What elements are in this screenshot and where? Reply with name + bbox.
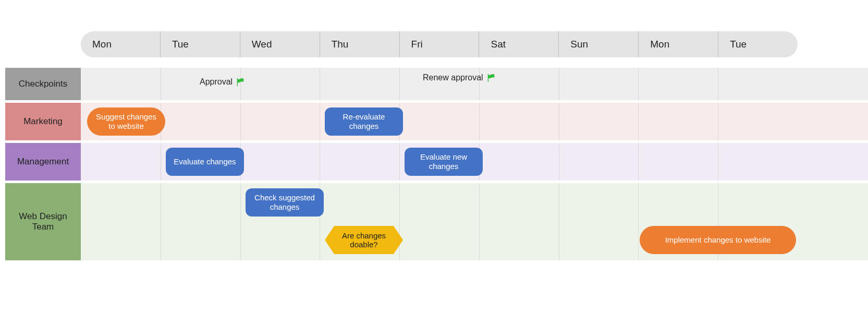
lane-label-marketing: Marketing — [5, 103, 81, 140]
task-evaluate-changes[interactable]: Evaluate changes — [166, 148, 244, 176]
lane-label-management: Management — [5, 143, 81, 181]
day-sat: Sat — [479, 31, 558, 57]
milestone-renew[interactable]: Renew approval — [423, 73, 496, 82]
milestone-approval-label: Approval — [200, 77, 233, 87]
lane-body-management: Evaluate changes Evaluate new changes — [81, 143, 868, 181]
lane-body-checkpoints: Approval Renew approval — [81, 68, 868, 100]
day-wed: Wed — [240, 31, 320, 57]
task-suggest-changes-label: Suggest changes to website — [92, 112, 160, 131]
flag-icon — [236, 77, 245, 87]
decision-doable[interactable]: Are changes doable? — [325, 226, 403, 254]
day-tue-2: Tue — [718, 31, 798, 57]
task-implement-changes[interactable]: Implement changes to website — [640, 226, 796, 254]
lane-body-marketing: Suggest changes to website Re-evaluate c… — [81, 103, 868, 140]
lane-webdesign: Web Design Team Check suggested changes … — [0, 183, 868, 260]
lanes-container: Checkpoints Approval Renew approval Mark… — [0, 68, 868, 260]
task-reevaluate[interactable]: Re-evaluate changes — [325, 107, 403, 136]
milestone-renew-label: Renew approval — [423, 73, 483, 82]
day-fri: Fri — [399, 31, 479, 57]
day-tue-1: Tue — [160, 31, 240, 57]
task-check-suggested-label: Check suggested changes — [251, 193, 319, 212]
task-suggest-changes[interactable]: Suggest changes to website — [87, 107, 165, 136]
lane-management: Management Evaluate changes Evaluate new… — [0, 143, 868, 181]
milestone-approval[interactable]: Approval — [200, 77, 245, 87]
lane-body-webdesign: Check suggested changes Are changes doab… — [81, 183, 868, 260]
lane-checkpoints: Checkpoints Approval Renew approval — [0, 68, 868, 100]
day-mon-2: Mon — [638, 31, 718, 57]
task-check-suggested[interactable]: Check suggested changes — [246, 188, 324, 217]
day-sun: Sun — [558, 31, 638, 57]
task-implement-changes-label: Implement changes to website — [665, 235, 771, 245]
lane-marketing: Marketing Suggest changes to website Re-… — [0, 103, 868, 140]
task-evaluate-new-changes-label: Evaluate new changes — [410, 152, 478, 171]
day-thu: Thu — [320, 31, 399, 57]
lane-label-webdesign: Web Design Team — [5, 183, 81, 260]
lane-label-checkpoints: Checkpoints — [5, 68, 81, 100]
timeline-header: Mon Tue Wed Thu Fri Sat Sun Mon Tue — [81, 31, 798, 57]
task-evaluate-changes-label: Evaluate changes — [174, 157, 236, 166]
task-evaluate-new-changes[interactable]: Evaluate new changes — [405, 148, 483, 176]
flag-icon — [486, 73, 496, 82]
decision-doable-label: Are changes doable? — [329, 231, 399, 249]
day-mon-1: Mon — [81, 31, 160, 57]
task-reevaluate-label: Re-evaluate changes — [330, 112, 398, 131]
